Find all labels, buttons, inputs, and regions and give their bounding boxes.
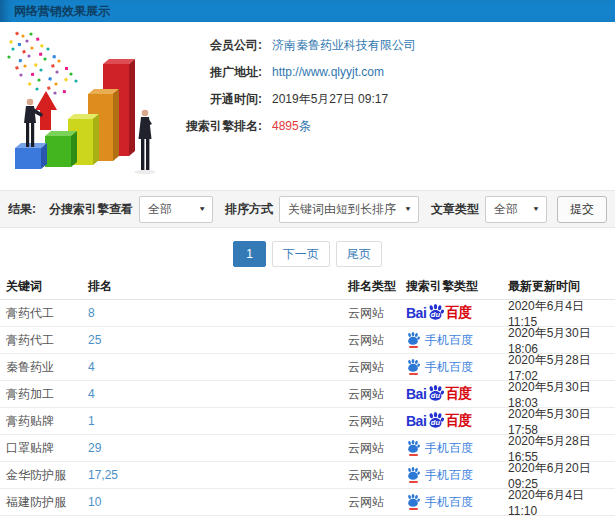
keyword-cell: 膏药代工 bbox=[0, 332, 88, 349]
baidu-underline bbox=[409, 373, 418, 375]
svg-text:du: du bbox=[431, 310, 441, 319]
page-1-button[interactable]: 1 bbox=[233, 241, 266, 267]
table-row: 福建防护服10云网站 手机百度2020年6月4日 11:10 bbox=[0, 489, 615, 516]
filter-bar: 结果: 分搜索引擎查看 全部 ▼ 排序方式 关键词由短到长排序 ▼ 文章类型 全… bbox=[0, 190, 615, 228]
header-rank-type: 排名类型 bbox=[348, 278, 406, 295]
rank-type-cell: 云网站 bbox=[348, 467, 406, 484]
engine-rank-value: 4895条 bbox=[272, 118, 311, 135]
page: 网络营销效果展示 bbox=[0, 0, 615, 520]
svg-text:du: du bbox=[431, 418, 441, 427]
table-header-row: 关键词 排名 排名类型 搜索引擎类型 最新更新时间 bbox=[0, 273, 615, 300]
keyword-cell: 膏药代工 bbox=[0, 305, 88, 322]
rank-type-cell: 云网站 bbox=[348, 413, 406, 430]
table-row: 口罩贴牌29云网站 手机百度2020年5月28日 16:55 bbox=[0, 435, 615, 462]
mobile-baidu-logo: 手机百度 bbox=[406, 440, 473, 457]
mobile-baidu-logo: 手机百度 bbox=[406, 359, 473, 376]
member-company-row: 会员公司: 济南秦鲁药业科技有限公司 bbox=[176, 36, 416, 54]
baidu-paw-icon: du bbox=[427, 304, 444, 320]
header-updated: 最新更新时间 bbox=[508, 278, 615, 295]
baidu-underline bbox=[409, 481, 418, 483]
rank-type-cell: 云网站 bbox=[348, 305, 406, 322]
keyword-cell: 金华防护服 bbox=[0, 467, 88, 484]
titlebar: 网络营销效果展示 bbox=[0, 0, 615, 22]
baidu-logo: Bai du百度 bbox=[406, 304, 471, 322]
next-page-button[interactable]: 下一页 bbox=[272, 241, 330, 267]
results-section-label: 结果: bbox=[8, 201, 36, 218]
promo-url-label: 推广地址: bbox=[176, 64, 262, 81]
keyword-cell: 膏药贴牌 bbox=[0, 413, 88, 430]
sort-filter-select[interactable]: 关键词由短到长排序 ▼ bbox=[279, 196, 419, 223]
rank-link[interactable]: 25 bbox=[88, 333, 348, 347]
rank-count: 4895 bbox=[272, 119, 299, 133]
type-filter-select[interactable]: 全部 ▼ bbox=[485, 196, 547, 223]
opened-time-value: 2019年5月27日 09:17 bbox=[272, 91, 388, 108]
rank-type-cell: 云网站 bbox=[348, 440, 406, 457]
confetti-dots bbox=[7, 32, 77, 99]
engine-filter-select[interactable]: 全部 ▼ bbox=[139, 196, 213, 223]
rank-link[interactable]: 29 bbox=[88, 441, 348, 455]
rank-unit: 条 bbox=[299, 119, 311, 133]
svg-text:du: du bbox=[431, 391, 441, 400]
keyword-cell: 福建防护服 bbox=[0, 494, 88, 511]
last-page-button[interactable]: 尾页 bbox=[336, 241, 382, 267]
rank-link[interactable]: 17,25 bbox=[88, 468, 348, 482]
updated-cell: 2020年6月4日 11:10 bbox=[508, 487, 615, 518]
sort-filter-label: 排序方式 bbox=[225, 201, 273, 218]
baidu-paw-icon bbox=[406, 332, 420, 345]
engine-cell: Bai du百度 bbox=[406, 385, 508, 403]
header-rank: 排名 bbox=[88, 278, 348, 295]
keyword-cell: 膏药加工 bbox=[0, 386, 88, 403]
baidu-logo: Bai du百度 bbox=[406, 385, 471, 403]
baidu-underline bbox=[409, 346, 418, 348]
baidu-underline bbox=[409, 508, 418, 510]
baidu-logo: Bai du百度 bbox=[406, 412, 471, 430]
engine-cell: 手机百度 bbox=[406, 440, 508, 457]
rank-type-cell: 云网站 bbox=[348, 332, 406, 349]
type-filter-value: 全部 bbox=[494, 201, 518, 218]
header-engine-type: 搜索引擎类型 bbox=[406, 278, 508, 295]
opened-time-row: 开通时间: 2019年5月27日 09:17 bbox=[176, 90, 416, 108]
baidu-paw-icon bbox=[406, 359, 420, 372]
table-row: 金华防护服17,25云网站 手机百度2020年6月20日 09:25 bbox=[0, 462, 615, 489]
chevron-down-icon: ▼ bbox=[198, 205, 206, 212]
rank-link[interactable]: 10 bbox=[88, 495, 348, 509]
rank-link[interactable]: 1 bbox=[88, 414, 348, 428]
results-table: 关键词 排名 排名类型 搜索引擎类型 最新更新时间 膏药代工8云网站Bai du… bbox=[0, 273, 615, 520]
table-row: 膏药代工8云网站Bai du百度2020年6月4日 11:15 bbox=[0, 300, 615, 327]
engine-filter-label: 分搜索引擎查看 bbox=[49, 201, 133, 218]
table-row: 膏药贴牌1云网站Bai du百度2020年5月30日 17:58 bbox=[0, 408, 615, 435]
rank-type-cell: 云网站 bbox=[348, 359, 406, 376]
engine-cell: 手机百度 bbox=[406, 494, 508, 511]
engine-rank-row: 搜索引擎排名: 4895条 bbox=[176, 117, 416, 135]
rank-link[interactable]: 4 bbox=[88, 387, 348, 401]
rank-link[interactable]: 8 bbox=[88, 306, 348, 320]
businessman-right bbox=[134, 110, 156, 175]
rank-type-cell: 云网站 bbox=[348, 386, 406, 403]
promo-url-link[interactable]: http://www.qlyyjt.com bbox=[272, 65, 384, 79]
opened-time-label: 开通时间: bbox=[176, 91, 262, 108]
header-zone: 会员公司: 济南秦鲁药业科技有限公司 推广地址: http://www.qlyy… bbox=[0, 22, 615, 190]
member-company-link[interactable]: 济南秦鲁药业科技有限公司 bbox=[272, 37, 416, 54]
promo-url-row: 推广地址: http://www.qlyyjt.com bbox=[176, 63, 416, 81]
baidu-paw-icon bbox=[406, 467, 420, 480]
baidu-paw-icon: du bbox=[427, 412, 444, 428]
chevron-down-icon: ▼ bbox=[532, 205, 540, 212]
mobile-baidu-logo: 手机百度 bbox=[406, 494, 473, 511]
engine-rank-label: 搜索引擎排名: bbox=[176, 118, 262, 135]
member-company-label: 会员公司: bbox=[176, 37, 262, 54]
submit-button[interactable]: 提交 bbox=[557, 196, 607, 223]
keyword-cell: 秦鲁药业 bbox=[0, 359, 88, 376]
baidu-underline bbox=[409, 454, 418, 456]
rank-link[interactable]: 4 bbox=[88, 360, 348, 374]
member-info: 会员公司: 济南秦鲁药业科技有限公司 推广地址: http://www.qlyy… bbox=[176, 36, 416, 144]
engine-cell: 手机百度 bbox=[406, 467, 508, 484]
filter-controls: 分搜索引擎查看 全部 ▼ 排序方式 关键词由短到长排序 ▼ 文章类型 全部 ▼ … bbox=[37, 196, 607, 223]
baidu-paw-icon bbox=[406, 440, 420, 453]
table-row: 膏药加工4云网站Bai du百度2020年5月30日 18:03 bbox=[0, 381, 615, 408]
rank-type-cell: 云网站 bbox=[348, 494, 406, 511]
table-body: 膏药代工8云网站Bai du百度2020年6月4日 11:15膏药代工25云网站… bbox=[0, 300, 615, 520]
chevron-down-icon: ▼ bbox=[404, 205, 412, 212]
up-arrow bbox=[35, 91, 57, 130]
sort-filter-value: 关键词由短到长排序 bbox=[288, 201, 396, 218]
table-row: 膏药代工25云网站 手机百度2020年5月30日 18:06 bbox=[0, 327, 615, 354]
